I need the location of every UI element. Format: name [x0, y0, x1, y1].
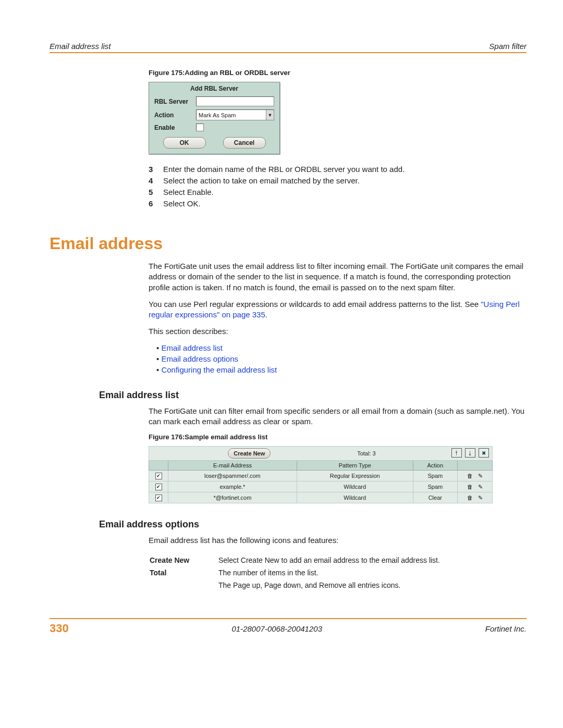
step-list: 3Enter the domain name of the RBL or ORD… — [149, 165, 527, 208]
email-address-list-link[interactable]: Email address list — [161, 343, 223, 352]
page-footer: 330 01-28007-0068-20041203 Fortinet Inc. — [50, 622, 527, 635]
paragraph: You can use Perl regular expressions or … — [149, 299, 527, 320]
rbl-server-input[interactable] — [196, 96, 274, 106]
subsection-heading: Email address list — [99, 390, 527, 401]
paragraph: This section describes: — [149, 326, 527, 337]
cancel-button[interactable]: Cancel — [223, 137, 266, 149]
action-select-value: Mark As Spam — [197, 112, 266, 118]
row-checkbox[interactable]: ✔ — [155, 484, 162, 490]
row-checkbox[interactable]: ✔ — [155, 495, 162, 501]
figure-176-caption: Figure 176:Sample email address list — [149, 433, 527, 441]
step-num: 3 — [149, 165, 163, 174]
option-value: The number of items in the list. — [218, 567, 440, 578]
col-email: E-mail Address — [168, 461, 297, 471]
email-address-options-link[interactable]: Email address options — [161, 354, 238, 363]
edit-icon[interactable]: ✎ — [476, 472, 484, 479]
option-key: Create New — [150, 554, 217, 566]
step-text: Select Enable. — [163, 188, 214, 196]
paragraph: Email address list has the following ico… — [149, 535, 527, 546]
doc-id: 01-28007-0068-20041203 — [232, 624, 323, 633]
enable-label: Enable — [154, 124, 196, 131]
footer-rule — [50, 618, 527, 619]
step-num: 5 — [149, 188, 163, 196]
col-type: Pattern Type — [297, 461, 413, 471]
step-text: Enter the domain name of the RBL or ORDB… — [163, 165, 405, 174]
figure-175-caption: Figure 175:Adding an RBL or ORDBL server — [149, 69, 527, 77]
configuring-email-list-link[interactable]: Configuring the email address list — [161, 365, 277, 374]
option-key: Total — [150, 567, 217, 578]
action-select[interactable]: Mark As Spam ▼ — [196, 109, 274, 120]
option-value: Select Create New to add an email addres… — [218, 554, 440, 566]
dialog-title: Add RBL Server — [149, 82, 279, 95]
table-row: ✔ loser@spammer/.com Regular Expression … — [149, 471, 493, 482]
paragraph: The FortiGate unit can filter email from… — [149, 406, 527, 427]
company-name: Fortinet Inc. — [485, 624, 527, 633]
delete-icon[interactable]: 🗑 — [466, 483, 473, 490]
options-table: Create NewSelect Create New to add an em… — [149, 553, 441, 592]
page-up-icon[interactable]: ⭱ — [451, 448, 462, 458]
paragraph: The FortiGate unit uses the email addres… — [149, 261, 527, 293]
section-heading: Email address — [50, 234, 527, 253]
table-row: ✔ *@fortinet.com Wildcard Clear 🗑✎ — [149, 492, 493, 503]
option-value: The Page up, Page down, and Remove all e… — [218, 579, 440, 591]
page-header: Email address list Spam filter — [50, 42, 527, 51]
subsection-heading: Email address options — [99, 519, 527, 530]
col-icons — [458, 461, 493, 471]
col-check — [149, 461, 168, 471]
email-list-table: Create New Total: 3 ⭱ ⭳ ✖ E-mail Address… — [149, 446, 493, 503]
remove-all-icon[interactable]: ✖ — [479, 448, 489, 458]
enable-checkbox[interactable] — [196, 124, 204, 131]
add-rbl-dialog: Add RBL Server RBL Server Action Mark As… — [149, 82, 280, 154]
step-text: Select OK. — [163, 199, 201, 208]
chevron-down-icon: ▼ — [266, 110, 274, 120]
row-checkbox[interactable]: ✔ — [155, 473, 162, 479]
edit-icon[interactable]: ✎ — [476, 494, 484, 501]
header-right: Spam filter — [489, 42, 527, 51]
col-action: Action — [413, 461, 457, 471]
header-left: Email address list — [50, 42, 111, 51]
option-key — [150, 579, 217, 591]
step-text: Select the action to take on email match… — [163, 176, 360, 185]
page-number: 330 — [50, 622, 69, 635]
header-rule — [50, 52, 527, 53]
delete-icon[interactable]: 🗑 — [466, 472, 473, 479]
edit-icon[interactable]: ✎ — [476, 483, 484, 490]
delete-icon[interactable]: 🗑 — [466, 494, 473, 501]
table-row: ✔ example.* Wildcard Spam 🗑✎ — [149, 482, 493, 492]
ok-button[interactable]: OK — [163, 137, 206, 149]
action-label: Action — [154, 112, 196, 119]
step-num: 6 — [149, 199, 163, 208]
total-label: Total: 3 — [357, 450, 375, 456]
create-new-button[interactable]: Create New — [228, 448, 271, 459]
page-down-icon[interactable]: ⭳ — [465, 448, 475, 458]
bullet-list: Email address list Email address options… — [156, 343, 527, 374]
rbl-server-label: RBL Server — [154, 98, 196, 105]
step-num: 4 — [149, 176, 163, 185]
